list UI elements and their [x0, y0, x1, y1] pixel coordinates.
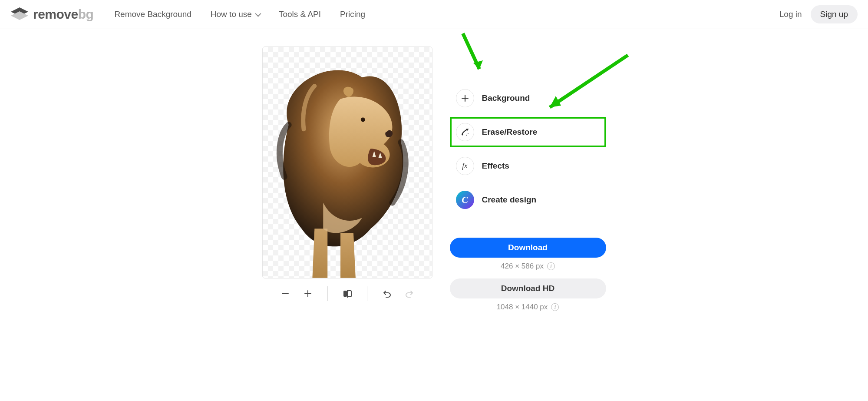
- zoom-in-button[interactable]: [300, 286, 315, 301]
- toolbar-separator: [327, 286, 328, 301]
- svg-point-2: [360, 118, 365, 122]
- plus-circle-icon: [456, 89, 474, 107]
- svg-marker-15: [473, 60, 483, 69]
- svg-point-11: [462, 134, 463, 136]
- logo-text: removebg: [33, 7, 93, 22]
- auth-actions: Log in Sign up: [779, 5, 858, 23]
- logo-stack-icon: [10, 7, 29, 22]
- tool-erase-restore-label: Erase/Restore: [482, 127, 538, 137]
- download-hd-dimensions: 1048 × 1440 px i: [450, 303, 606, 312]
- compare-button[interactable]: [340, 286, 355, 301]
- canvas-toolbar: [278, 286, 417, 301]
- minus-icon: [281, 289, 290, 298]
- canva-icon: C: [456, 191, 474, 209]
- undo-button[interactable]: [380, 286, 394, 301]
- nav-how-to-use[interactable]: How to use: [211, 10, 260, 19]
- logo-text-left: remove: [33, 7, 78, 21]
- result-canvas[interactable]: [262, 46, 432, 278]
- tool-create-design[interactable]: C Create design: [450, 185, 606, 215]
- plus-icon: [304, 289, 312, 298]
- subject-image: [263, 47, 432, 278]
- compare-icon: [343, 289, 352, 298]
- side-panel: Background Erase/Restore fx Effects C: [450, 46, 606, 315]
- login-link[interactable]: Log in: [779, 10, 802, 19]
- erase-restore-icon: [456, 123, 474, 141]
- svg-rect-7: [348, 291, 351, 297]
- redo-button[interactable]: [402, 286, 417, 301]
- svg-point-12: [468, 133, 469, 134]
- info-icon[interactable]: i: [547, 262, 555, 270]
- svg-rect-6: [343, 291, 347, 297]
- nav-how-to-use-label: How to use: [211, 10, 252, 19]
- download-dimensions: 426 × 586 px i: [450, 262, 606, 271]
- tool-create-design-label: Create design: [482, 195, 537, 205]
- annotation-arrow: [454, 29, 489, 83]
- download-button[interactable]: Download: [450, 238, 606, 258]
- download-hd-dimensions-text: 1048 × 1440 px: [497, 303, 548, 312]
- tool-background[interactable]: Background: [450, 83, 606, 113]
- info-icon[interactable]: i: [551, 303, 559, 311]
- tool-effects[interactable]: fx Effects: [450, 151, 606, 181]
- download-section: Download 426 × 586 px i Download HD 1048…: [450, 238, 606, 315]
- redo-icon: [405, 289, 414, 298]
- download-hd-button[interactable]: Download HD: [450, 278, 606, 298]
- chevron-down-icon: [255, 11, 261, 17]
- primary-nav: Remove Background How to use Tools & API…: [114, 10, 776, 19]
- nav-tools-api[interactable]: Tools & API: [279, 10, 321, 19]
- editor-area: Background Erase/Restore fx Effects C: [0, 29, 868, 325]
- zoom-out-button[interactable]: [278, 286, 293, 301]
- nav-pricing[interactable]: Pricing: [340, 10, 365, 19]
- toolbar-separator: [367, 286, 367, 301]
- logo-text-right: bg: [78, 7, 94, 21]
- editor-column: [262, 46, 432, 315]
- download-dimensions-text: 426 × 586 px: [501, 262, 544, 271]
- undo-icon: [382, 289, 392, 298]
- nav-remove-background[interactable]: Remove Background: [114, 10, 191, 19]
- fx-icon: fx: [456, 157, 474, 175]
- tool-erase-restore[interactable]: Erase/Restore: [450, 117, 606, 147]
- brand-logo[interactable]: removebg: [10, 7, 93, 22]
- tool-effects-label: Effects: [482, 161, 509, 171]
- svg-line-14: [463, 33, 479, 69]
- svg-point-13: [466, 135, 467, 136]
- top-nav: removebg Remove Background How to use To…: [0, 0, 868, 29]
- signup-button[interactable]: Sign up: [811, 5, 858, 23]
- tool-background-label: Background: [482, 93, 530, 103]
